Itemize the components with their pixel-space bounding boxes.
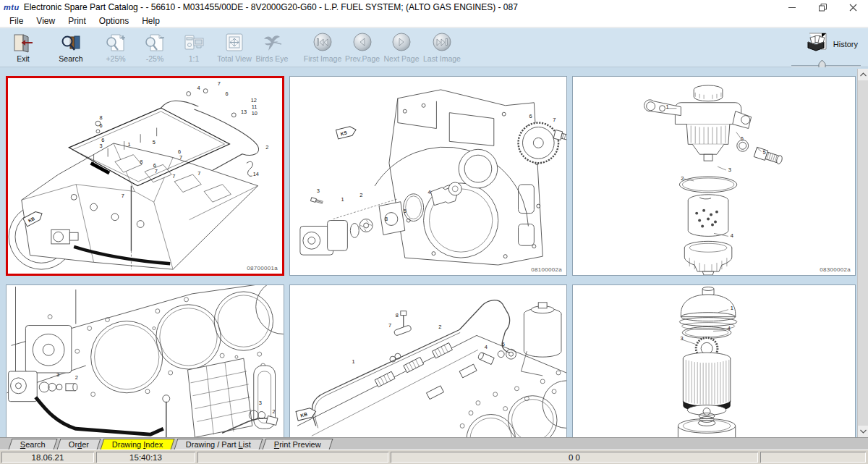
menu-help[interactable]: Help (135, 16, 166, 26)
callout-number: 13 (241, 109, 247, 115)
crankcase-fuel-pipe-drawing: KB 872146 (290, 285, 566, 437)
callout-number: 6 (99, 122, 102, 129)
callout-number: 6 (529, 113, 532, 119)
scroll-up-button[interactable] (858, 69, 868, 80)
birds-eye-button[interactable]: Birds Eye (253, 30, 291, 63)
engine-fuel-piping-drawing: KB 7461211101386631526767814777 (8, 78, 282, 274)
drawing-index-grid: KB 7461211101386631526767814777 08700001… (0, 67, 868, 437)
zoom-in-icon (103, 30, 128, 54)
restore-button[interactable] (807, 0, 838, 14)
callout-number: 8 (396, 312, 399, 319)
callout-number: 4 (485, 344, 488, 350)
callout-number: 8 (99, 114, 102, 121)
callout-number: 6 (502, 341, 505, 347)
prev-page-button[interactable]: Prev.Page (343, 30, 382, 63)
drawing-number: 08300002a (820, 266, 851, 273)
callout-number: 3 (680, 335, 683, 342)
next-page-button[interactable]: Next Page (382, 30, 421, 63)
prev-page-icon (350, 30, 375, 54)
actual-size-button[interactable]: 1:1 (175, 30, 213, 63)
drawing-thumbnail-5[interactable]: KB 872146 (289, 284, 567, 437)
history-label: History (833, 40, 858, 48)
zoom-in-button[interactable]: +25% (97, 30, 135, 63)
total-view-button[interactable]: Total View (216, 30, 253, 63)
chevron-up-icon (860, 72, 867, 77)
tab-print-preview[interactable]: Print Preview (263, 439, 333, 450)
tab-order[interactable]: Order (56, 439, 101, 450)
menu-file[interactable]: File (3, 16, 30, 26)
exit-label: Exit (17, 54, 30, 63)
vertical-scrollbar[interactable] (857, 69, 868, 437)
callout-number: 1 (128, 141, 131, 148)
total-view-icon (222, 30, 247, 54)
drawing-number: 08100002a (531, 266, 562, 273)
drawing-thumbnail-6[interactable]: 143 (572, 284, 856, 437)
callout-number: 4 (428, 189, 431, 195)
callout-number: 4 (731, 232, 733, 239)
callout-number: 3 (728, 166, 731, 173)
thumbnail-grid: KB 7461211101386631526767814777 08700001… (0, 67, 868, 437)
callout-number: 7 (155, 168, 158, 174)
menu-view[interactable]: View (30, 16, 61, 26)
callout-number: 7 (218, 80, 221, 87)
tab-drawing-part-list[interactable]: Drawing / Part List (174, 439, 263, 450)
next-page-label: Next Page (383, 54, 419, 63)
callout-number: 12 (251, 97, 257, 104)
minimize-button[interactable] (777, 0, 807, 14)
callout-number: 3 (317, 187, 320, 194)
tab-drawing-index[interactable]: Drawing Index (101, 439, 175, 450)
first-image-label: First Image (304, 54, 342, 63)
drawing-number: 08700001a (247, 265, 278, 271)
actual-size-label: 1:1 (189, 54, 200, 63)
total-view-label: Total View (217, 54, 252, 63)
menu-print[interactable]: Print (61, 16, 93, 26)
callout-number: 2 (273, 409, 276, 416)
birds-eye-icon (260, 30, 284, 54)
callout-number: 2 (438, 324, 441, 330)
search-button[interactable]: Search (52, 30, 90, 63)
drawing-thumbnail-1[interactable]: KB 7461211101386631526767814777 08700001… (6, 76, 284, 276)
exit-button[interactable]: Exit (4, 30, 42, 63)
callout-number: 7 (122, 193, 124, 199)
last-image-button[interactable]: Last Image (421, 30, 463, 63)
last-image-icon (430, 30, 454, 54)
search-label: Search (59, 54, 82, 63)
zoom-out-icon (142, 30, 167, 54)
window-title: Electronic Spare Part Catalog - - 56610 … (24, 2, 518, 12)
menu-bar: File View Print Options Help (0, 14, 868, 28)
callout-number: 2 (359, 192, 362, 198)
zoom-out-button[interactable]: -25% (136, 30, 174, 63)
callout-number: 5 (763, 149, 766, 156)
callout-number: 3 (56, 371, 59, 378)
callout-number: 6 (226, 90, 229, 97)
callout-number: 1 (731, 305, 733, 311)
region-arrow-ks: KS (336, 125, 357, 139)
zoom-in-label: +25% (106, 54, 125, 63)
first-image-button[interactable]: First Image (302, 30, 343, 63)
mtu-logo: mtu (4, 3, 20, 12)
tab-search[interactable]: Search (9, 439, 58, 450)
callout-number: 10 (252, 110, 258, 117)
first-image-icon (310, 30, 335, 54)
scroll-down-button[interactable] (858, 426, 868, 437)
search-icon (59, 30, 83, 54)
minimize-icon (788, 4, 796, 12)
history-button[interactable]: History (805, 32, 858, 56)
drawing-thumbnail-4[interactable]: 3232 (6, 284, 284, 437)
close-icon (849, 4, 857, 12)
chevron-down-icon (860, 429, 867, 434)
fuel-filter-cartridge-drawing: 143 (573, 285, 855, 437)
callout-number: 3 (99, 143, 102, 149)
drawing-thumbnail-3[interactable]: 165324 08300002a (572, 76, 856, 276)
restore-icon (819, 4, 827, 12)
toolbar: Exit Search (0, 28, 868, 67)
callout-number: 5 (153, 139, 156, 145)
callout-number: 5 (404, 208, 407, 214)
fuel-prefilter-drawing: 165324 (573, 77, 855, 275)
callout-number: 7 (553, 117, 556, 123)
menu-options[interactable]: Options (93, 16, 135, 26)
app-window: mtu Electronic Spare Part Catalog - - 56… (0, 0, 868, 464)
close-button[interactable] (838, 0, 868, 14)
drawing-thumbnail-2[interactable]: KS 31285467 08100002a (289, 76, 567, 276)
callout-number: 8 (385, 216, 388, 223)
